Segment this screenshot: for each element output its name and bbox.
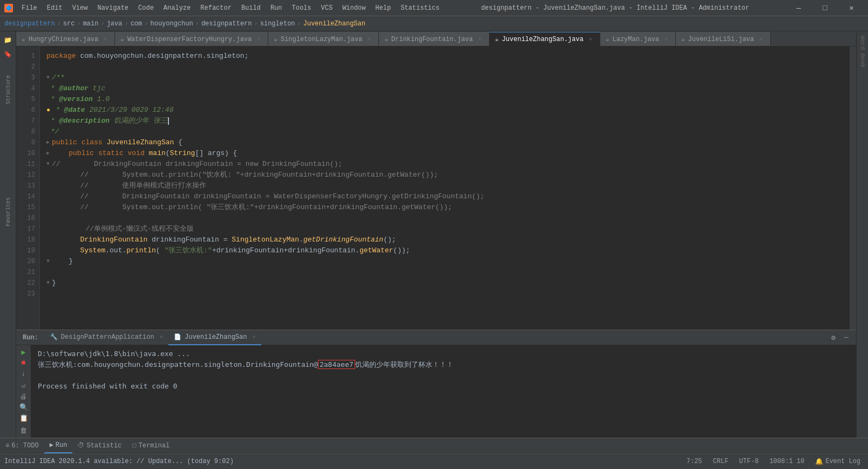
status-indent[interactable]: 1008:1 10 bbox=[766, 458, 808, 465]
run-output: D:\software\jdk\1.8\bin\java.exe ... 张三饮… bbox=[31, 345, 856, 438]
menu-bar: File Edit View Navigate Code Analyze Ref… bbox=[17, 3, 444, 13]
tab-close-lazyMan[interactable]: × bbox=[662, 36, 670, 43]
menu-edit[interactable]: Edit bbox=[43, 3, 67, 13]
update-banner: IntelliJ IDEA 2020.1.4 available: // Upd… bbox=[4, 458, 234, 465]
run-stop-button[interactable]: ■ bbox=[18, 358, 29, 368]
tab-juvenileZhangSan[interactable]: ☕ JuvenileZhangSan.java × bbox=[490, 32, 600, 46]
menu-run[interactable]: Run bbox=[266, 3, 287, 13]
left-sidebar: 📁 🔖 Structure Favorites bbox=[0, 31, 16, 438]
tab-hungryChinese[interactable]: ☕ HungryChinese.java × bbox=[16, 32, 115, 46]
far-right-sidebar: Word Book bbox=[856, 31, 868, 438]
run-filter-button[interactable]: 🔍 bbox=[18, 403, 29, 412]
code-line-5: * @version 1.0 bbox=[46, 94, 850, 105]
tab-close-hungryChinese[interactable]: × bbox=[101, 36, 109, 43]
run-settings-button[interactable]: ⚙ bbox=[828, 332, 839, 343]
menu-analyze[interactable]: Analyze bbox=[159, 3, 195, 13]
run-scroll-end-button[interactable]: ↓ bbox=[18, 368, 29, 378]
run-tab-close-juvenile[interactable]: × bbox=[252, 334, 256, 340]
run-wrap-button[interactable]: ⏎ bbox=[18, 381, 29, 391]
title-bar: 🔷 File Edit View Navigate Code Analyze R… bbox=[0, 0, 868, 16]
breadcrumb-item-3[interactable]: java bbox=[107, 20, 123, 28]
code-line-20: ▼ } bbox=[46, 256, 850, 267]
menu-refactor[interactable]: Refactor bbox=[196, 3, 236, 13]
menu-navigate[interactable]: Navigate bbox=[93, 3, 133, 13]
run-play-button[interactable]: ▶ bbox=[18, 347, 29, 357]
menu-file[interactable]: File bbox=[17, 3, 42, 13]
menu-tools[interactable]: Tools bbox=[288, 3, 316, 13]
tab-close-drinkingFountain[interactable]: × bbox=[476, 36, 484, 43]
sidebar-structure-icon[interactable]: Structure bbox=[2, 83, 15, 96]
menu-vcs[interactable]: VCS bbox=[317, 3, 337, 13]
status-charset[interactable]: UTF-8 bbox=[736, 458, 762, 465]
output-line-3 bbox=[38, 370, 850, 381]
status-event-log[interactable]: 🔔 Event Log bbox=[812, 458, 864, 466]
run-clear-button[interactable]: 🗑 bbox=[18, 426, 29, 435]
breadcrumb-item-2[interactable]: main bbox=[83, 20, 99, 28]
menu-window[interactable]: Window bbox=[338, 3, 370, 13]
breadcrumb-item-4[interactable]: com bbox=[131, 20, 143, 28]
minimize-button[interactable]: — bbox=[786, 0, 811, 16]
run-content-area: ▶ ■ ↓ ⏎ 🖨 🔍 📋 🗑 D:\software\jdk\1.8\bin\… bbox=[16, 345, 856, 438]
tab-waterDispenser[interactable]: ☕ WaterDispenserFactoryHungry.java × bbox=[115, 32, 268, 46]
code-editor[interactable]: 1 2 3 4 5 6 7 8 9 10 11 12 13 14 15 16 1… bbox=[16, 46, 856, 330]
tab-lazyMan[interactable]: ☕ LazyMan.java × bbox=[600, 32, 676, 46]
run-tab-designPattern[interactable]: 🔧 DesignPatternApplication × bbox=[45, 330, 168, 345]
breadcrumb-item-1[interactable]: src bbox=[63, 20, 75, 28]
code-line-23 bbox=[46, 289, 850, 299]
code-line-3: ▼ /** bbox=[46, 72, 850, 83]
code-content[interactable]: package com.houyongchun.designpattern.si… bbox=[40, 46, 850, 330]
code-line-17: ▼ //单例模式-懒汉式-线程不安全版 bbox=[46, 224, 850, 234]
output-line-1: D:\software\jdk\1.8\bin\java.exe ... bbox=[38, 349, 850, 359]
line-numbers: 1 2 3 4 5 6 7 8 9 10 11 12 13 14 15 16 1… bbox=[16, 46, 40, 330]
breadcrumb-item-5[interactable]: houyongchun bbox=[150, 20, 193, 28]
breadcrumb-item-7[interactable]: singleton bbox=[260, 20, 295, 28]
code-line-14: // DrinkingFountain drinkingFountain = W… bbox=[46, 191, 850, 202]
code-line-9: ▶ public class JuvenileZhangSan { bbox=[46, 137, 850, 148]
editor-area: ☕ HungryChinese.java × ☕ WaterDispenserF… bbox=[16, 31, 856, 438]
run-print-button[interactable]: 🖨 bbox=[18, 392, 29, 402]
close-button[interactable]: ✕ bbox=[839, 0, 864, 16]
breadcrumb-item-6[interactable]: designpattern bbox=[201, 20, 252, 28]
menu-view[interactable]: View bbox=[68, 3, 92, 13]
breadcrumb-item-8[interactable]: JuvenileZhangSan bbox=[303, 20, 365, 28]
tab-close-waterDispenser[interactable]: × bbox=[255, 36, 262, 43]
bottom-tab-statistic[interactable]: ⏱ Statistic bbox=[72, 438, 127, 453]
maximize-button[interactable]: □ bbox=[813, 0, 837, 16]
window-controls: — □ ✕ bbox=[786, 0, 864, 16]
window-title: designpattern - JuvenileZhangSan.java - … bbox=[448, 4, 782, 12]
menu-build[interactable]: Build bbox=[237, 3, 265, 13]
output-line-4: Process finished with exit code 0 bbox=[38, 381, 850, 392]
run-tab-juvenile[interactable]: 📄 JuvenileZhangSan × bbox=[168, 330, 261, 345]
sidebar-favorites-icon[interactable]: Favorites bbox=[2, 205, 15, 218]
tab-drinkingFountain[interactable]: ☕ DrinkingFountain.java × bbox=[379, 32, 490, 46]
tab-close-singletonLazy[interactable]: × bbox=[365, 36, 373, 43]
breadcrumb-item-0[interactable]: designpattern bbox=[4, 20, 55, 28]
status-crlf[interactable]: CRLF bbox=[710, 458, 732, 465]
far-right-word-book[interactable]: Word Book bbox=[857, 34, 868, 70]
code-line-11: ▼ // DrinkingFountain drinkingFountain =… bbox=[46, 159, 850, 170]
editor-scrollbar[interactable] bbox=[850, 46, 856, 330]
run-tab-close-designPattern[interactable]: × bbox=[160, 334, 164, 340]
bottom-tab-run[interactable]: ▶ Run bbox=[44, 438, 73, 453]
run-panel: Run: 🔧 DesignPatternApplication × 📄 Juve… bbox=[16, 330, 856, 438]
status-line-col[interactable]: 7:25 bbox=[683, 458, 706, 465]
sidebar-project-icon[interactable]: 📁 bbox=[2, 34, 15, 46]
menu-code[interactable]: Code bbox=[134, 3, 158, 13]
tab-close-juvenileZhangSan[interactable]: × bbox=[587, 36, 594, 43]
tab-juvenileLiSi[interactable]: ☕ JuvenileLiSi.java × bbox=[676, 32, 771, 46]
run-tab-bar: Run: 🔧 DesignPatternApplication × 📄 Juve… bbox=[16, 330, 856, 345]
code-line-7: * @description 饥渴的少年 张三 bbox=[46, 116, 850, 126]
code-line-21 bbox=[46, 267, 850, 278]
bottom-tab-todo[interactable]: ≡ 6: TODO bbox=[0, 438, 44, 453]
run-copy-button[interactable]: 📋 bbox=[18, 413, 29, 423]
menu-statistics[interactable]: Statistics bbox=[396, 3, 444, 13]
tab-close-juvenileLiSi[interactable]: × bbox=[757, 36, 765, 43]
code-line-22: ▼ } bbox=[46, 278, 850, 289]
bottom-tab-terminal[interactable]: □ Terminal bbox=[127, 438, 175, 453]
main-layout: 📁 🔖 Structure Favorites ☕ HungryChinese.… bbox=[0, 31, 868, 438]
sidebar-bookmark-icon[interactable]: 🔖 bbox=[2, 48, 15, 61]
run-minimize-button[interactable]: — bbox=[841, 332, 852, 343]
menu-help[interactable]: Help bbox=[371, 3, 395, 13]
tab-singletonLazy[interactable]: ☕ SingletonLazyMan.java × bbox=[268, 32, 379, 46]
run-toolbar: ⚙ — bbox=[828, 332, 856, 343]
